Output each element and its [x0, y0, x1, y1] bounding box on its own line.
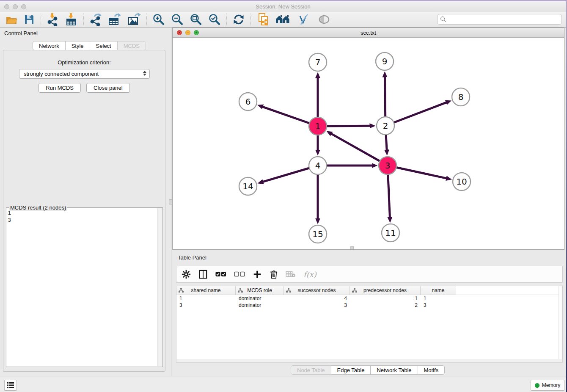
table-tabs: Node Table Edge Table Network Table Moti…	[291, 365, 445, 375]
clear-selection-icon[interactable]	[234, 268, 245, 281]
cell-name[interactable]: 3	[421, 302, 456, 308]
criterion-dropdown[interactable]: strongly connected component	[19, 69, 150, 79]
graph-edge-3-1[interactable]	[331, 134, 388, 166]
zoom-in-icon[interactable]	[151, 13, 166, 26]
graph-node-8[interactable]: 8	[452, 88, 470, 106]
graph-node-9[interactable]: 9	[376, 52, 394, 70]
network-window-titlebar[interactable]: ✕ − + scc.txt	[173, 28, 564, 38]
graph-node-3[interactable]: 3	[379, 157, 396, 174]
graph-node-14[interactable]: 14	[239, 177, 257, 195]
table-row[interactable]: 3 dominator 3 2 3	[176, 302, 562, 309]
graph-node-7[interactable]: 7	[309, 53, 327, 71]
run-mcds-button[interactable]: Run MCDS	[39, 83, 81, 93]
window-titlebar[interactable]: Session: New Session	[0, 1, 566, 12]
column-predecessor-nodes[interactable]: predecessor nodes	[350, 286, 421, 295]
save-session-icon[interactable]	[22, 13, 36, 26]
graph-node-6[interactable]: 6	[239, 93, 257, 110]
memory-status-icon	[535, 383, 539, 388]
table-row[interactable]: 1 dominator 4 1 1	[176, 295, 562, 302]
cell-predecessor-nodes[interactable]: 1	[350, 295, 421, 301]
cell-mcds-role[interactable]: dominator	[236, 295, 284, 301]
search-input[interactable]	[446, 15, 561, 24]
network-graph[interactable]: 7968124314101511	[173, 38, 564, 249]
table-scrollbar[interactable]	[559, 286, 562, 359]
show-columns-icon[interactable]	[198, 268, 208, 281]
copy-visual-style-icon[interactable]	[255, 13, 271, 26]
tab-node-table[interactable]: Node Table	[291, 365, 331, 375]
column-name[interactable]: name	[421, 286, 456, 295]
control-panel-tabs: Network Style Select MCDS	[33, 41, 146, 50]
memory-label: Memory	[542, 382, 560, 388]
zoom-out-icon[interactable]	[170, 13, 185, 26]
svg-text:1: 1	[315, 121, 321, 131]
tab-network[interactable]: Network	[33, 41, 66, 50]
network-canvas[interactable]: 7968124314101511	[173, 38, 564, 249]
select-all-icon[interactable]	[215, 268, 226, 281]
tab-edge-table[interactable]: Edge Table	[331, 365, 371, 375]
export-table-icon[interactable]	[107, 13, 123, 26]
search-field[interactable]	[437, 14, 562, 25]
tab-mcds[interactable]: MCDS	[117, 41, 146, 50]
node-table[interactable]: shared name MCDS role successor nodes	[176, 286, 563, 359]
column-settings-icon[interactable]	[182, 268, 191, 281]
table-hscroll-track[interactable]	[176, 359, 563, 363]
delete-row-icon[interactable]	[270, 268, 278, 281]
cell-mcds-role[interactable]: dominator	[236, 302, 284, 308]
graph-node-15[interactable]: 15	[309, 225, 327, 243]
task-history-button[interactable]	[4, 380, 17, 391]
show-graphics-details-icon[interactable]	[316, 13, 332, 26]
control-panel-title: Control Panel	[4, 30, 38, 36]
canvas-scroll-handle[interactable]	[350, 246, 354, 249]
tab-motifs[interactable]: Motifs	[418, 365, 445, 375]
column-shared-name[interactable]: shared name	[176, 286, 236, 295]
column-label: successor nodes	[297, 287, 336, 293]
column-label: predecessor nodes	[363, 287, 407, 293]
memory-button[interactable]: Memory	[531, 380, 564, 391]
import-network-icon[interactable]	[45, 13, 61, 26]
graph-node-1[interactable]: 1	[309, 117, 327, 135]
table-panel-header: Table Panel ✖	[172, 252, 566, 263]
search-icon	[440, 16, 446, 22]
column-tree-icon	[179, 288, 184, 293]
column-successor-nodes[interactable]: successor nodes	[284, 286, 350, 295]
toolbar-separator	[250, 14, 251, 25]
column-tree-icon	[238, 288, 243, 293]
tab-network-table[interactable]: Network Table	[370, 365, 418, 375]
hide-graphics-details-icon[interactable]	[296, 13, 312, 26]
cell-shared-name[interactable]: 3	[176, 302, 236, 308]
network-view-window: ✕ − + scc.txt 7968124314101511	[172, 28, 564, 250]
graph-node-4[interactable]: 4	[309, 157, 327, 174]
column-mcds-role[interactable]: MCDS role	[236, 286, 284, 295]
zoom-fit-icon[interactable]	[188, 13, 204, 26]
result-scrollbar[interactable]	[157, 208, 162, 366]
cell-shared-name[interactable]: 1	[176, 295, 236, 301]
export-image-icon[interactable]	[126, 13, 142, 26]
first-neighbors-icon[interactable]	[275, 13, 292, 26]
cell-predecessor-nodes[interactable]: 2	[350, 302, 421, 308]
graph-node-2[interactable]: 2	[377, 117, 394, 135]
graph-edge-2-8[interactable]	[385, 102, 446, 126]
tab-style[interactable]: Style	[65, 41, 90, 50]
graph-node-10[interactable]: 10	[453, 173, 471, 190]
export-network-icon[interactable]	[88, 13, 103, 26]
function-builder-icon: f(x)	[303, 268, 317, 281]
graph-node-11[interactable]: 11	[382, 224, 399, 242]
zoom-selected-icon[interactable]	[207, 13, 222, 26]
add-row-icon[interactable]	[253, 268, 262, 281]
cell-successor-nodes[interactable]: 3	[284, 302, 350, 308]
mcds-result-text[interactable]: 1 3	[8, 210, 157, 365]
svg-text:14: 14	[242, 181, 253, 191]
open-session-icon[interactable]	[4, 13, 19, 26]
toolbar-separator	[83, 14, 84, 25]
column-tree-icon	[352, 288, 357, 293]
cell-successor-nodes[interactable]: 4	[284, 295, 350, 301]
refresh-view-icon[interactable]	[231, 13, 246, 26]
tab-select[interactable]: Select	[90, 41, 118, 50]
mcds-panel: Optimization criterion: strongly connect…	[3, 50, 165, 372]
svg-text:3: 3	[385, 160, 391, 171]
close-panel-button[interactable]: Close panel	[86, 83, 130, 93]
column-label: MCDS role	[247, 287, 272, 293]
toolbar-separator	[146, 14, 147, 25]
import-table-icon[interactable]	[64, 13, 79, 26]
cell-name[interactable]: 1	[421, 295, 456, 301]
